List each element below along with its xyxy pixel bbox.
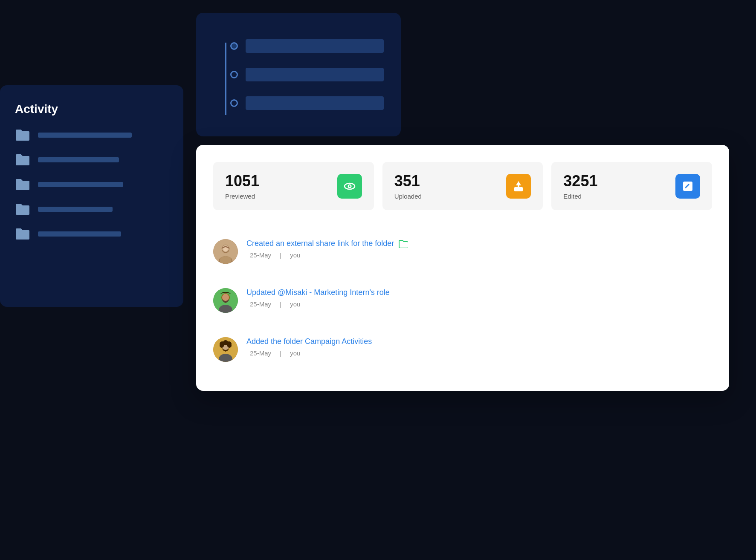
folder-bar-3 xyxy=(38,182,123,187)
folder-link-icon xyxy=(398,240,408,248)
activity-actor-2: you xyxy=(290,300,300,308)
activity-meta-2: 25-May | you xyxy=(246,300,712,308)
stat-card-edited: 3251 Edited xyxy=(551,162,712,210)
avatar-2 xyxy=(213,288,238,313)
stat-number-previewed: 1051 xyxy=(225,172,259,190)
upload-icon xyxy=(512,179,525,193)
folder-icon-3 xyxy=(15,178,30,191)
activity-date-1: 25-May xyxy=(250,251,271,259)
activity-link-1[interactable]: Created an external share link for the f… xyxy=(246,239,712,248)
timeline-connector-line xyxy=(225,43,226,115)
stat-number-edited: 3251 xyxy=(563,172,597,190)
activity-date-2: 25-May xyxy=(250,300,271,308)
folder-icon-4 xyxy=(15,203,30,216)
stat-icon-uploaded xyxy=(506,174,531,199)
folder-item-2 xyxy=(15,153,168,166)
timeline-dot-1 xyxy=(230,42,238,50)
svg-point-22 xyxy=(220,344,224,348)
stat-number-uploaded: 351 xyxy=(394,172,422,190)
folder-item-4 xyxy=(15,203,168,216)
activity-separator-1: | xyxy=(280,251,281,259)
activity-content-2: Updated @Misaki - Marketing Intern's rol… xyxy=(246,288,712,308)
activity-content-1: Created an external share link for the f… xyxy=(246,239,712,259)
activity-item-1: Created an external share link for the f… xyxy=(213,227,712,276)
folder-item-3 xyxy=(15,178,168,191)
avatar-3 xyxy=(213,337,238,362)
folder-bar-1 xyxy=(38,133,132,138)
folder-bar-5 xyxy=(38,231,121,237)
activity-panel: Activity xyxy=(0,85,183,307)
timeline-item-2 xyxy=(230,68,384,81)
stat-label-uploaded: Uploaded xyxy=(394,193,422,200)
activity-action-2: Updated @Misaki - Marketing Intern's rol… xyxy=(246,288,390,297)
main-card: 1051 Previewed 351 Uploaded xyxy=(196,145,729,391)
avatar-image-1 xyxy=(213,239,238,264)
folder-item-1 xyxy=(15,129,168,141)
stat-info-previewed: 1051 Previewed xyxy=(225,172,259,200)
activity-action-3: Added the folder Campaign Activities xyxy=(246,337,372,346)
activity-content-3: Added the folder Campaign Activities 25-… xyxy=(246,337,712,357)
timeline-container xyxy=(217,23,397,126)
folder-bar-4 xyxy=(38,207,113,212)
stat-card-uploaded: 351 Uploaded xyxy=(382,162,543,210)
eye-icon xyxy=(343,179,356,193)
timeline-item-3 xyxy=(230,96,384,110)
timeline-dot-2 xyxy=(230,71,238,78)
activity-date-3: 25-May xyxy=(250,349,271,357)
activity-item-3: Added the folder Campaign Activities 25-… xyxy=(213,325,712,374)
folder-icon-5 xyxy=(15,228,30,240)
activity-actor-1: you xyxy=(290,251,300,259)
stat-info-uploaded: 351 Uploaded xyxy=(394,172,422,200)
avatar-1 xyxy=(213,239,238,264)
avatar-image-2 xyxy=(213,288,238,313)
activity-separator-3: | xyxy=(280,349,281,357)
edit-icon xyxy=(681,179,695,193)
folder-icon-2 xyxy=(15,153,30,166)
stat-info-edited: 3251 Edited xyxy=(563,172,597,200)
stats-row: 1051 Previewed 351 Uploaded xyxy=(213,162,712,210)
timeline-bar-1 xyxy=(246,39,384,53)
timeline-bar-2 xyxy=(246,68,384,81)
timeline-dot-3 xyxy=(230,99,238,107)
activity-link-3[interactable]: Added the folder Campaign Activities xyxy=(246,337,712,346)
activity-action-1: Created an external share link for the f… xyxy=(246,239,394,248)
activity-meta-3: 25-May | you xyxy=(246,349,712,357)
activity-link-2[interactable]: Updated @Misaki - Marketing Intern's rol… xyxy=(246,288,712,297)
timeline-item-1 xyxy=(230,39,384,53)
stat-icon-edited xyxy=(675,174,700,199)
folder-bar-2 xyxy=(38,157,119,162)
timeline-bar-3 xyxy=(246,96,384,110)
folder-icon-1 xyxy=(15,129,30,141)
avatar-image-3 xyxy=(213,337,238,362)
stat-icon-previewed xyxy=(337,174,362,199)
stat-card-previewed: 1051 Previewed xyxy=(213,162,374,210)
svg-point-2 xyxy=(349,185,350,187)
activity-separator-2: | xyxy=(280,300,281,308)
activity-item-2: Updated @Misaki - Marketing Intern's rol… xyxy=(213,276,712,325)
stat-label-previewed: Previewed xyxy=(225,193,259,200)
activity-actor-3: you xyxy=(290,349,300,357)
svg-point-23 xyxy=(227,344,232,348)
folder-item-5 xyxy=(15,228,168,240)
activity-panel-title: Activity xyxy=(15,102,168,116)
svg-marker-4 xyxy=(516,181,521,188)
stat-label-edited: Edited xyxy=(563,193,597,200)
activity-meta-1: 25-May | you xyxy=(246,251,712,259)
